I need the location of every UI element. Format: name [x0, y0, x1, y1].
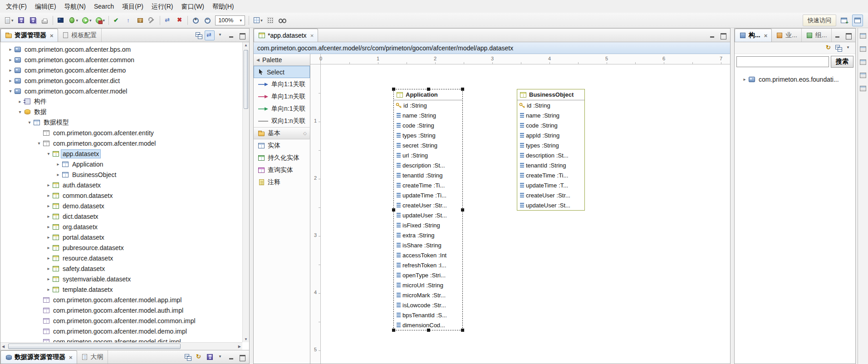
palette-item[interactable]: 双向1:n关联: [254, 115, 310, 127]
tree-item[interactable]: com.primeton.gocom.afcenter.model.common…: [0, 315, 242, 326]
entity-field[interactable]: types:String: [517, 140, 584, 150]
tree-item[interactable]: com.primeton.gocom.afcenter.model.demo.i…: [0, 326, 242, 336]
view-menu-button[interactable]: [216, 30, 226, 40]
external-tools-button[interactable]: ▾: [94, 15, 107, 26]
expand-arrow-icon[interactable]: ▸: [741, 77, 748, 82]
tree-item[interactable]: com.primeton.gocom.afcenter.model.dict.i…: [0, 336, 242, 342]
collapse-all-button[interactable]: [194, 30, 204, 40]
minimize-button[interactable]: [707, 30, 717, 40]
entity-field[interactable]: createTime:Ti...: [394, 180, 462, 190]
entity-field[interactable]: accessToken:Int: [394, 250, 462, 260]
menu-item[interactable]: 编辑(E): [31, 0, 60, 13]
debug-button[interactable]: ▾: [67, 15, 80, 26]
groups-library-tab[interactable]: 组...: [802, 29, 832, 42]
toggle-grid-button[interactable]: [265, 15, 276, 26]
selection-handle[interactable]: [392, 88, 395, 91]
expand-arrow-icon[interactable]: ▸: [45, 235, 52, 240]
terminate-button[interactable]: [174, 15, 185, 26]
maximize-button[interactable]: [843, 30, 853, 40]
quick-access-button[interactable]: 快速访问: [803, 15, 836, 26]
zoom-in-button[interactable]: [190, 15, 201, 26]
entity-field[interactable]: isShare:String: [394, 240, 462, 250]
tree-item[interactable]: ▸构件: [0, 96, 242, 107]
tree-item[interactable]: ▸demo.datasetx: [0, 201, 242, 211]
search-button[interactable]: 搜索: [831, 56, 853, 68]
save-button[interactable]: [16, 15, 27, 26]
refresh-button[interactable]: [194, 352, 204, 362]
diagram-canvas[interactable]: Applicationid:Stringname:Stringcode:Stri…: [321, 64, 730, 364]
palette-item[interactable]: 注释: [254, 176, 310, 188]
tree-item[interactable]: com.primeton.gocom.afcenter.model.app.im…: [0, 295, 242, 305]
collapse-arrow-icon[interactable]: ▾: [7, 89, 14, 93]
tree-item[interactable]: ▸dict.datasetx: [0, 211, 242, 221]
minimized-view-3-button[interactable]: [858, 57, 868, 67]
entity-field[interactable]: updateTime:T...: [517, 180, 584, 190]
datasource-explorer-tab[interactable]: 数据源资源管理器×: [0, 350, 77, 364]
palette-item[interactable]: Select: [254, 66, 310, 78]
tree-item[interactable]: ▸Application: [0, 159, 242, 169]
entity-field[interactable]: updateTime:Ti...: [394, 190, 462, 200]
publish-button[interactable]: [123, 15, 134, 26]
selection-handle[interactable]: [392, 329, 395, 332]
palette-header[interactable]: ◀ Palette: [254, 54, 310, 66]
link-with-editor-button[interactable]: [162, 15, 173, 26]
entity-field[interactable]: id:String: [394, 100, 462, 110]
close-icon[interactable]: ×: [69, 354, 73, 361]
entity-field[interactable]: refreshToken:l...: [394, 260, 462, 270]
entity-field[interactable]: bpsTenantId:S...: [394, 310, 462, 320]
print-button[interactable]: [39, 15, 50, 26]
entity-field[interactable]: tenantId:String: [394, 170, 462, 180]
expand-arrow-icon[interactable]: ▸: [45, 203, 52, 208]
tree-item[interactable]: ▸auth.datasetx: [0, 180, 242, 190]
link-with-editor-button[interactable]: [205, 30, 215, 40]
view-menu-button[interactable]: [843, 43, 853, 53]
scroll-up-icon[interactable]: ▲: [243, 43, 249, 47]
tree-item[interactable]: ▸safety.datasetx: [0, 263, 242, 274]
tree-item[interactable]: ▸com.primeton.eos.foundati...: [735, 74, 855, 84]
entity-field[interactable]: extra:String: [394, 230, 462, 240]
tree-item[interactable]: ▸portal.datasetx: [0, 232, 242, 242]
palette-item[interactable]: 单向1:1关联: [254, 78, 310, 90]
expand-arrow-icon[interactable]: ▸: [45, 224, 52, 229]
expand-arrow-icon[interactable]: ▸: [7, 47, 14, 52]
entity-node[interactable]: BusinessObjectid:Stringname:Stringcode:S…: [517, 89, 585, 211]
expand-arrow-icon[interactable]: ▸: [45, 256, 52, 261]
tree-item[interactable]: ▸common.datasetx: [0, 190, 242, 201]
collapse-palette-icon[interactable]: ◀: [256, 58, 260, 62]
entity-field[interactable]: isLowcode:Str...: [394, 300, 462, 310]
refresh-button[interactable]: [824, 43, 834, 53]
expand-arrow-icon[interactable]: ▸: [16, 99, 24, 104]
entity-field[interactable]: description:St...: [394, 160, 462, 170]
selection-handle[interactable]: [461, 208, 464, 212]
menu-item[interactable]: 项目(P): [118, 0, 147, 13]
entity-header[interactable]: BusinessObject: [517, 89, 584, 100]
tree-item[interactable]: ▸com.primeton.gocom.afcenter.common: [0, 54, 242, 65]
scroll-down-icon[interactable]: ▼: [243, 337, 249, 341]
components-library-tab[interactable]: 构...×: [735, 29, 772, 42]
maximize-button[interactable]: [237, 352, 247, 362]
tree-item[interactable]: com.primeton.gocom.afcenter.model.auth.i…: [0, 305, 242, 315]
entity-field[interactable]: tenantId:String: [517, 160, 584, 170]
minimized-view-4-button[interactable]: [858, 70, 868, 80]
minimized-view-1-button[interactable]: [858, 31, 868, 41]
entity-field[interactable]: microUrl:String: [394, 280, 462, 290]
menu-item[interactable]: Search: [90, 0, 118, 13]
app-datasetx-tab[interactable]: *app.datasetx×: [254, 29, 318, 42]
expand-arrow-icon[interactable]: ▸: [45, 214, 52, 219]
palette-item[interactable]: 基本◇: [254, 127, 310, 139]
tree-item[interactable]: ▾app.datasetx: [0, 148, 242, 159]
entity-field[interactable]: description:St...: [517, 150, 584, 160]
tree-item[interactable]: ▾数据: [0, 107, 242, 117]
zoom-combo[interactable]: 100%▾: [215, 15, 245, 25]
palette-item[interactable]: 实体: [254, 139, 310, 152]
current-perspective-button[interactable]: [852, 15, 863, 26]
entity-field[interactable]: createTime:Ti...: [517, 170, 584, 180]
menu-item[interactable]: 运行(R): [147, 0, 177, 13]
minimize-button[interactable]: [226, 30, 236, 40]
save-all-button[interactable]: [28, 15, 39, 26]
open-console-button[interactable]: [55, 15, 66, 26]
tree-item[interactable]: ▸BusinessObject: [0, 169, 242, 180]
tree-item[interactable]: ▾com.primeton.gocom.afcenter.model: [0, 86, 242, 96]
menu-item[interactable]: 文件(F): [2, 0, 31, 13]
tree-item[interactable]: com.primeton.gocom.afcenter.entity: [0, 128, 242, 138]
